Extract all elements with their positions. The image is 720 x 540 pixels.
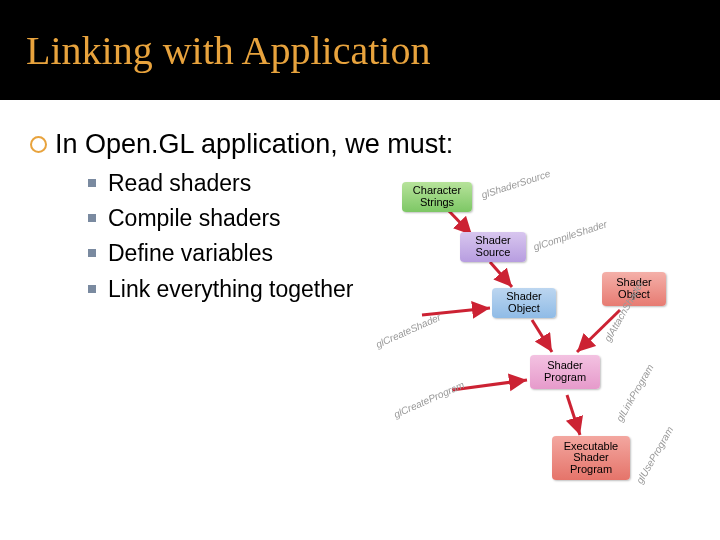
lvl2-text: Read shaders: [108, 168, 251, 199]
ring-bullet-icon: [30, 136, 47, 153]
node-shader-program: Shader Program: [530, 355, 600, 389]
shader-pipeline-diagram: Character Strings Shader Source Shader O…: [362, 180, 702, 520]
lvl2-text: Link everything together: [108, 274, 354, 305]
slide-title: Linking with Application: [26, 27, 430, 74]
node-shader-object: Shader Object: [492, 288, 556, 318]
node-shader-source: Shader Source: [460, 232, 526, 262]
lvl2-text: Compile shaders: [108, 203, 281, 234]
node-executable-shader-program: Executable Shader Program: [552, 436, 630, 480]
lvl1-text: In Open.GL application, we must:: [55, 128, 453, 160]
node-character-strings: Character Strings: [402, 182, 472, 212]
square-bullet-icon: [88, 249, 96, 257]
square-bullet-icon: [88, 179, 96, 187]
lvl2-text: Define variables: [108, 238, 273, 269]
slide: Linking with Application In Open.GL appl…: [0, 0, 720, 540]
bullet-level1: In Open.GL application, we must:: [30, 128, 720, 160]
title-bar: Linking with Application: [0, 0, 720, 100]
square-bullet-icon: [88, 285, 96, 293]
square-bullet-icon: [88, 214, 96, 222]
